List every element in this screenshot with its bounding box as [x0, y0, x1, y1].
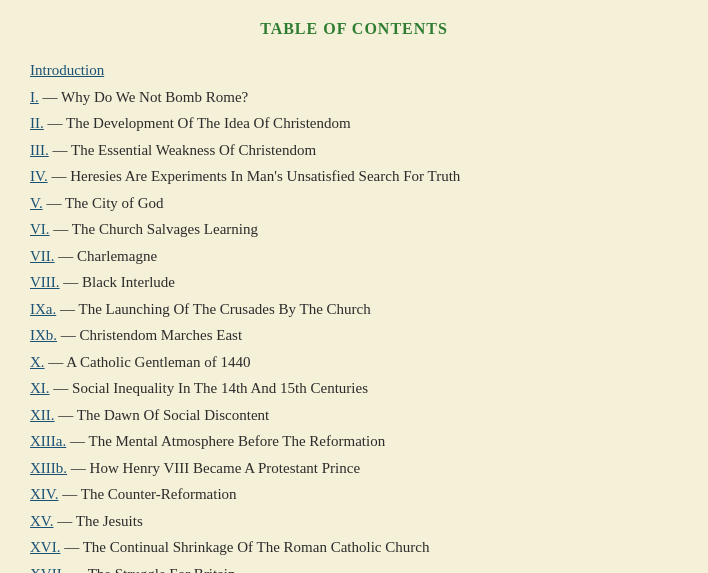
list-item: IXb. — Christendom Marches East — [30, 323, 678, 349]
toc-item-text: — Charlemagne — [55, 248, 157, 264]
list-item: VII. — Charlemagne — [30, 244, 678, 270]
toc-item-text: — The Continual Shrinkage Of The Roman C… — [60, 539, 429, 555]
toc-link-ixb[interactable]: IXb. — [30, 327, 57, 343]
list-item: XIIIb. — How Henry VIII Became A Protest… — [30, 456, 678, 482]
toc-link-x[interactable]: X. — [30, 354, 45, 370]
list-item: XII. — The Dawn Of Social Discontent — [30, 403, 678, 429]
toc-item-text: — The Development Of The Idea Of Christe… — [44, 115, 351, 131]
toc-item-text: — Christendom Marches East — [57, 327, 242, 343]
toc-link-intro[interactable]: Introduction — [30, 62, 104, 78]
toc-link-xv[interactable]: XV. — [30, 513, 53, 529]
toc-link-iv[interactable]: IV. — [30, 168, 48, 184]
toc-link-iii[interactable]: III. — [30, 142, 49, 158]
list-item: XI. — Social Inequality In The 14th And … — [30, 376, 678, 402]
list-item: V. — The City of God — [30, 191, 678, 217]
toc-item-text: — Why Do We Not Bomb Rome? — [39, 89, 248, 105]
toc-link-xiv[interactable]: XIV. — [30, 486, 58, 502]
toc-link-xi[interactable]: XI. — [30, 380, 50, 396]
list-item: XVII. — The Struggle For Britain — [30, 562, 678, 574]
list-item: XIV. — The Counter-Reformation — [30, 482, 678, 508]
toc-item-text: — Social Inequality In The 14th And 15th… — [50, 380, 368, 396]
list-item: VI. — The Church Salvages Learning — [30, 217, 678, 243]
toc-item-text: — The Counter-Reformation — [58, 486, 236, 502]
toc-item-text: — The Mental Atmosphere Before The Refor… — [66, 433, 385, 449]
toc-link-xvi[interactable]: XVI. — [30, 539, 60, 555]
toc-link-ii[interactable]: II. — [30, 115, 44, 131]
list-item: XIIIa. — The Mental Atmosphere Before Th… — [30, 429, 678, 455]
toc-item-text: — The Essential Weakness Of Christendom — [49, 142, 316, 158]
toc-link-vi[interactable]: VI. — [30, 221, 50, 237]
toc-link-xiiia[interactable]: XIIIa. — [30, 433, 66, 449]
toc-item-text: — Black Interlude — [60, 274, 175, 290]
list-item: IXa. — The Launching Of The Crusades By … — [30, 297, 678, 323]
list-item: IV. — Heresies Are Experiments In Man's … — [30, 164, 678, 190]
toc-item-text: — The Launching Of The Crusades By The C… — [56, 301, 371, 317]
list-item: I. — Why Do We Not Bomb Rome? — [30, 85, 678, 111]
list-item: XVI. — The Continual Shrinkage Of The Ro… — [30, 535, 678, 561]
toc-item-text: — The City of God — [43, 195, 164, 211]
page-title: TABLE OF CONTENTS — [30, 20, 678, 38]
toc-link-i[interactable]: I. — [30, 89, 39, 105]
list-item: Introduction — [30, 58, 678, 84]
toc-item-text: — The Dawn Of Social Discontent — [55, 407, 270, 423]
list-item: XV. — The Jesuits — [30, 509, 678, 535]
toc-item-text: — How Henry VIII Became A Protestant Pri… — [67, 460, 360, 476]
list-item: X. — A Catholic Gentleman of 1440 — [30, 350, 678, 376]
toc-item-text: — The Jesuits — [53, 513, 142, 529]
toc-item-text: — The Struggle For Britain — [65, 566, 235, 574]
toc-link-xiiib[interactable]: XIIIb. — [30, 460, 67, 476]
toc-link-vii[interactable]: VII. — [30, 248, 55, 264]
toc-item-text: — Heresies Are Experiments In Man's Unsa… — [48, 168, 461, 184]
toc-list: IntroductionI. — Why Do We Not Bomb Rome… — [30, 58, 678, 573]
toc-link-ixa[interactable]: IXa. — [30, 301, 56, 317]
list-item: VIII. — Black Interlude — [30, 270, 678, 296]
toc-link-xvii[interactable]: XVII. — [30, 566, 65, 574]
toc-item-text: — A Catholic Gentleman of 1440 — [45, 354, 251, 370]
list-item: III. — The Essential Weakness Of Christe… — [30, 138, 678, 164]
list-item: II. — The Development Of The Idea Of Chr… — [30, 111, 678, 137]
toc-item-text: — The Church Salvages Learning — [50, 221, 258, 237]
toc-link-viii[interactable]: VIII. — [30, 274, 60, 290]
toc-link-xii[interactable]: XII. — [30, 407, 55, 423]
toc-link-v[interactable]: V. — [30, 195, 43, 211]
